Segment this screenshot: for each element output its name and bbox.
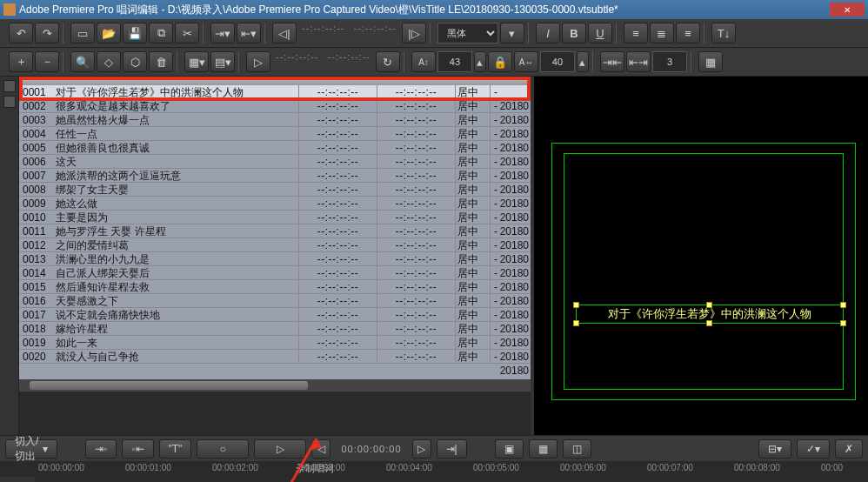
handle-tr[interactable] <box>840 302 846 308</box>
search-button[interactable]: 🔍 <box>70 51 95 72</box>
new-button[interactable]: ▭ <box>70 23 95 44</box>
track-area[interactable]: 唱词模板唱词模板唱词模板唱词模板 <box>38 477 868 482</box>
table-row[interactable]: 0007她派洪帮的这两个逗逼玩意--:--:--:----:--:--:--居中… <box>19 169 531 183</box>
ruler-mark: 00:00:04:00 <box>386 463 432 472</box>
h-scrollbar[interactable] <box>19 379 531 392</box>
time-ruler[interactable]: 00:00:00:0000:00:01:0000:00:02:0000:00:0… <box>38 463 868 477</box>
handle-br[interactable] <box>840 320 846 326</box>
table-row[interactable]: 0020就没人与自己争抢--:--:--:----:--:--:--居中- 20… <box>19 350 531 364</box>
kern-in-button[interactable]: ⇥⇤ <box>600 51 624 72</box>
list-body[interactable]: 0001对于《许你浮生若梦》中的洪澜这个人物--:--:--:----:--:-… <box>19 85 531 379</box>
open-button[interactable]: 📂 <box>97 23 121 44</box>
ruler-mark: 00:00:08:00 <box>734 463 780 472</box>
align-center-button[interactable]: ≣ <box>650 23 674 44</box>
table-row[interactable]: 0012之间的爱情纠葛--:--:--:----:--:--:--居中- 201… <box>19 238 531 252</box>
text-mark-button[interactable]: "T" <box>159 439 192 459</box>
aspect-label: A↔ <box>514 51 538 72</box>
gutter-btn-2[interactable] <box>3 96 16 108</box>
mode-button[interactable]: 切入/切出 ▾ <box>5 439 57 459</box>
table-row[interactable]: 0005但她很善良也很真诚--:--:--:----:--:--:--居中- 2… <box>19 141 531 155</box>
redo-button[interactable]: ↷ <box>35 23 59 44</box>
ruler-mark: 00:00:02:00 <box>212 463 258 472</box>
spin-up-2[interactable]: ▴ <box>577 51 589 72</box>
list-button[interactable]: ▤▾ <box>210 51 235 72</box>
table-row[interactable]: 0009她这么做--:--:--:----:--:--:--居中- 20180 <box>19 197 531 211</box>
scroll-thumb[interactable] <box>30 381 308 390</box>
check-button[interactable]: ✓▾ <box>797 439 830 459</box>
step-fwd-button[interactable]: ▷ <box>412 439 431 459</box>
skip-end-button[interactable]: |▷ <box>402 23 426 44</box>
save-button[interactable]: 💾 <box>123 23 147 44</box>
table-row[interactable]: 0001对于《许你浮生若梦》中的洪澜这个人物--:--:--:----:--:-… <box>19 85 531 99</box>
spacing-input[interactable] <box>652 51 687 72</box>
skip-start-button[interactable]: ◁| <box>272 23 297 44</box>
spin-up[interactable]: ▴ <box>474 51 486 72</box>
kern-out-button[interactable]: ⇤⇥ <box>626 51 651 72</box>
bold-button[interactable]: B <box>562 23 586 44</box>
table-row[interactable]: 0011她与罗浮生 天婴 许星程--:--:--:----:--:--:--居中… <box>19 224 531 238</box>
step-back-button[interactable]: ◁ <box>311 439 331 459</box>
mark-out-button[interactable]: ◦⇤ <box>122 439 153 459</box>
gutter-btn-1[interactable] <box>3 80 16 92</box>
reject-button[interactable]: ✗ <box>835 439 863 459</box>
table-row[interactable]: 0003她虽然性格火爆一点--:--:--:----:--:--:--居中- 2… <box>19 113 531 127</box>
handle-tl[interactable] <box>573 302 579 308</box>
align-left-button[interactable]: ≡ <box>624 23 648 44</box>
table-row[interactable]: 0016天婴感激之下--:--:--:----:--:--:--居中- 2018… <box>19 294 531 308</box>
ruler-mark: 00:00:03:00 <box>299 463 345 472</box>
subtitle-list: 0001对于《许你浮生若梦》中的洪澜这个人物--:--:--:----:--:-… <box>19 77 531 435</box>
text-tool-button[interactable]: T↓ <box>711 23 736 44</box>
ruler-mark: 00:00:06:00 <box>560 463 606 472</box>
remove-button[interactable]: － <box>35 51 59 72</box>
italic-button[interactable]: I <box>536 23 560 44</box>
loop-button[interactable]: ↻ <box>376 51 400 72</box>
delete-button[interactable]: 🗑 <box>149 51 173 72</box>
view-3-button[interactable]: ◫ <box>563 439 591 459</box>
table-row[interactable]: 0006这天--:--:--:----:--:--:--居中- 20180 <box>19 155 531 169</box>
font-size-input[interactable] <box>437 51 472 72</box>
table-row[interactable]: 0004任性一点--:--:--:----:--:--:--居中- 20180 <box>19 127 531 141</box>
table-row[interactable]: 0008绑架了女主天婴--:--:--:----:--:--:--居中- 201… <box>19 183 531 197</box>
tag-button[interactable]: ◇ <box>97 51 121 72</box>
titlebar: Adobe Premiere Pro 唱词编辑 - D:\视频录入\Adobe … <box>0 0 868 19</box>
aspect-input[interactable] <box>540 51 575 72</box>
app-icon <box>3 3 16 16</box>
record-button[interactable]: ○ <box>197 439 249 459</box>
grid-button[interactable]: ▦▾ <box>184 51 209 72</box>
view-2-button[interactable]: ▦ <box>529 439 558 459</box>
ruler-mark: 00:00:01:00 <box>125 463 171 472</box>
handle-bc[interactable] <box>706 320 712 326</box>
export-button[interactable]: ⇤▾ <box>237 23 261 44</box>
view-1-button[interactable]: ▣ <box>495 439 524 459</box>
font-family-select[interactable]: 黑体 <box>437 23 498 44</box>
table-row[interactable]: 0017说不定就会痛痛快快地--:--:--:----:--:--:--居中- … <box>19 308 531 322</box>
goto-button[interactable]: ⇥| <box>437 439 467 459</box>
handle-tc[interactable] <box>706 302 712 308</box>
cut-button[interactable]: ✂ <box>175 23 199 44</box>
table-row[interactable]: 0018嫁给许星程--:--:--:----:--:--:--居中- 20180 <box>19 322 531 336</box>
close-button[interactable]: ✕ <box>830 3 865 17</box>
import-button[interactable]: ⇥▾ <box>210 23 235 44</box>
font-more-button[interactable]: ▾ <box>500 23 524 44</box>
table-row[interactable]: 0013洪澜心里的小九九是--:--:--:----:--:--:--居中- 2… <box>19 252 531 266</box>
handle-bl[interactable] <box>573 320 579 326</box>
play-transport-button[interactable]: ▷ <box>254 439 306 459</box>
layout-button[interactable]: ▦ <box>698 51 723 72</box>
toolbar-row-1: ↶ ↷ ▭ 📂 💾 ⧉ ✂ ⇥▾ ⇤▾ ◁| --:--:--:-- --:--… <box>0 19 868 48</box>
underline-button[interactable]: U <box>588 23 612 44</box>
play-button[interactable]: ▷ <box>246 51 270 72</box>
table-row[interactable]: 0015然后通知许星程去救--:--:--:----:--:--:--居中- 2… <box>19 280 531 294</box>
undo-button[interactable]: ↶ <box>9 23 33 44</box>
table-row[interactable]: 0019如此一来--:--:--:----:--:--:--居中- 20180 <box>19 336 531 350</box>
align-right-button[interactable]: ≡ <box>676 23 700 44</box>
lock-button[interactable]: 🔒 <box>488 51 512 72</box>
shield-button[interactable]: ⬡ <box>123 51 147 72</box>
subtitle-box[interactable]: 对于《许你浮生若梦》中的洪澜这个人物 <box>576 305 844 324</box>
copy-button[interactable]: ⧉ <box>149 23 173 44</box>
add-button[interactable]: ＋ <box>9 51 33 72</box>
collapse-button[interactable]: ⊟▾ <box>758 439 791 459</box>
mark-in-button[interactable]: ⇥◦ <box>85 439 117 459</box>
table-row[interactable]: 0014自己派人绑架天婴后--:--:--:----:--:--:--居中- 2… <box>19 266 531 280</box>
table-row[interactable]: 0010主要是因为--:--:--:----:--:--:--居中- 20180 <box>19 211 531 224</box>
table-row[interactable]: 0002很多观众是越来越喜欢了--:--:--:----:--:--:--居中-… <box>19 99 531 113</box>
